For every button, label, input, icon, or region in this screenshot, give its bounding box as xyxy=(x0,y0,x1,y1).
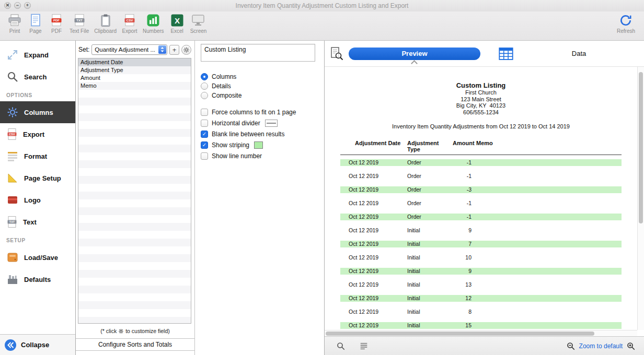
listing-name-input[interactable]: Custom Listing xyxy=(201,44,315,62)
vertical-scrollbar-thumb[interactable] xyxy=(639,72,643,223)
close-button[interactable]: ✕ xyxy=(4,2,11,9)
sidebar-item-search[interactable]: Search xyxy=(0,66,75,88)
sidebar-item-export[interactable]: CSV Export xyxy=(0,123,75,145)
tab-pointer-caret xyxy=(411,60,418,67)
collapse-button[interactable]: Collapse xyxy=(0,334,75,355)
cell-memo xyxy=(472,159,622,166)
striping-color-swatch[interactable] xyxy=(254,141,263,149)
magnifier-icon xyxy=(336,341,346,351)
pdf-button[interactable]: PDF PDF xyxy=(46,14,67,34)
sidebar-item-expand[interactable]: Expand xyxy=(0,44,75,66)
radio-icon xyxy=(201,92,208,99)
svg-text:CSV: CSV xyxy=(9,133,15,136)
cell-amount: -1 xyxy=(453,159,472,166)
field-list[interactable]: Adjustment Date Adjustment Type Amount M… xyxy=(78,58,191,324)
refresh-button[interactable]: Refresh xyxy=(614,14,638,34)
radio-details[interactable]: Details xyxy=(201,82,324,90)
org-phone: 606/555-1234 xyxy=(325,109,637,116)
sidebar-item-text[interactable]: TXT Text xyxy=(0,211,75,233)
text-file-icon: TXT xyxy=(73,14,86,27)
app-window: ✕ − + Inventory Item Quantity Adjustment… xyxy=(0,0,644,355)
clipboard-button[interactable]: Clipboard xyxy=(91,14,119,34)
export-button[interactable]: CSV Export xyxy=(119,14,140,34)
sidebar-item-label: Text xyxy=(23,218,37,226)
vertical-scrollbar[interactable] xyxy=(637,67,644,330)
sidebar-section-setup: SETUP xyxy=(0,233,75,246)
excel-button[interactable]: X Excel xyxy=(167,14,188,34)
options-checkbox-group: Force columns to fit on 1 page Horizonta… xyxy=(201,108,324,160)
minimize-button[interactable]: − xyxy=(14,2,21,9)
radio-composite[interactable]: Composite xyxy=(201,92,324,99)
report-row: Oct 12 2019 Initial 10 xyxy=(340,254,622,261)
svg-text:PDF: PDF xyxy=(53,19,60,22)
zoom-to-default-button[interactable]: Zoom to default xyxy=(579,342,623,350)
print-button[interactable]: Print xyxy=(4,14,25,34)
checkbox-force-columns[interactable]: Force columns to fit on 1 page xyxy=(201,108,324,116)
report-row: Oct 12 2019 Order -1 xyxy=(340,159,622,166)
report-subtitle: Inventory Item Quantity Adjustments from… xyxy=(325,123,637,129)
org-city: Big City, KY 40123 xyxy=(325,102,637,109)
page-button[interactable]: Page xyxy=(25,14,46,34)
horizontal-scrollbar[interactable] xyxy=(325,330,637,336)
list-view-button[interactable] xyxy=(359,341,369,351)
cell-amount: -1 xyxy=(453,173,472,180)
checkbox-horizontal-divider[interactable]: Horizontal divider xyxy=(201,119,324,127)
radio-selected-icon xyxy=(201,73,208,80)
divider-style-preview[interactable] xyxy=(265,120,278,127)
gear-icon xyxy=(183,46,190,53)
report-preview-viewport[interactable]: Custom Listing First Church 123 Main Str… xyxy=(325,66,644,336)
cell-memo xyxy=(472,309,622,315)
tab-data[interactable]: Data xyxy=(514,50,644,57)
set-options-button[interactable] xyxy=(181,45,191,55)
configure-sorts-totals-button[interactable]: Configure Sorts and Totals xyxy=(76,338,194,351)
tool-label: Numbers xyxy=(143,28,164,34)
maximize-button[interactable]: + xyxy=(24,2,31,9)
radio-columns[interactable]: Columns xyxy=(201,73,324,80)
sidebar-item-logo[interactable]: Logo xyxy=(0,189,75,211)
sidebar-item-load-save[interactable]: Load/Save xyxy=(0,246,75,268)
sidebar-item-label: Expand xyxy=(24,51,49,59)
text-file-button[interactable]: TXT Text File xyxy=(67,14,91,34)
checkbox-blank-line[interactable]: ✓ Blank line between results xyxy=(201,130,324,138)
tool-label: PDF xyxy=(51,28,62,34)
preview-panel: Preview Data Custom Listing First Church xyxy=(325,41,644,355)
field-item[interactable]: Adjustment Date xyxy=(78,58,191,66)
sidebar-item-format[interactable]: Format xyxy=(0,145,75,167)
sidebar-item-label: Logo xyxy=(24,196,41,204)
tab-preview[interactable]: Preview xyxy=(349,48,480,60)
toolbar: Print Page PDF PDF TXT Text File xyxy=(0,11,644,41)
add-set-button[interactable]: + xyxy=(169,45,179,55)
cell-adjustment-date: Oct 12 2019 xyxy=(349,227,407,234)
cell-memo xyxy=(472,186,622,193)
set-row: Set: Quantity Adjustment ... + xyxy=(76,41,194,58)
field-item[interactable]: Adjustment Type xyxy=(78,66,191,74)
checkbox-show-striping[interactable]: ✓ Show striping xyxy=(201,141,324,149)
cell-adjustment-date: Oct 12 2019 xyxy=(349,200,407,207)
zoom-out-button[interactable] xyxy=(566,341,576,351)
svg-text:CSV: CSV xyxy=(126,19,133,22)
sidebar-item-label: Load/Save xyxy=(24,254,58,262)
checkbox-show-line-number[interactable]: Show line number xyxy=(201,152,324,160)
sidebar-item-columns[interactable]: Columns xyxy=(0,101,75,123)
tool-label: Refresh xyxy=(617,28,635,34)
cell-memo xyxy=(472,254,622,261)
screen-button[interactable]: Screen xyxy=(188,14,210,34)
magnifier-button[interactable] xyxy=(336,341,346,351)
cell-adjustment-date: Oct 12 2019 xyxy=(349,322,407,329)
collapse-label: Collapse xyxy=(21,341,49,349)
radio-label: Composite xyxy=(212,92,242,99)
field-item[interactable]: Memo xyxy=(78,82,191,90)
field-item[interactable]: Amount xyxy=(78,74,191,82)
set-dropdown[interactable]: Quantity Adjustment ... xyxy=(91,44,167,55)
sidebar-item-page-setup[interactable]: Page Setup xyxy=(0,167,75,189)
horizontal-scrollbar-thumb[interactable] xyxy=(326,332,594,336)
report-row: Oct 12 2019 Order -1 xyxy=(340,200,622,207)
collapse-icon xyxy=(4,339,17,351)
sidebar-item-defaults[interactable]: Defaults xyxy=(0,268,75,290)
window-title: Inventory Item Quantity Adjustment Custo… xyxy=(0,2,644,9)
csv-file-icon: CSV xyxy=(6,128,18,140)
numbers-button[interactable]: Numbers xyxy=(140,14,167,34)
column-header: Adjustment Type xyxy=(407,140,453,152)
zoom-in-button[interactable] xyxy=(626,341,636,351)
sidebar: Expand Search OPTIONS Columns xyxy=(0,41,76,355)
